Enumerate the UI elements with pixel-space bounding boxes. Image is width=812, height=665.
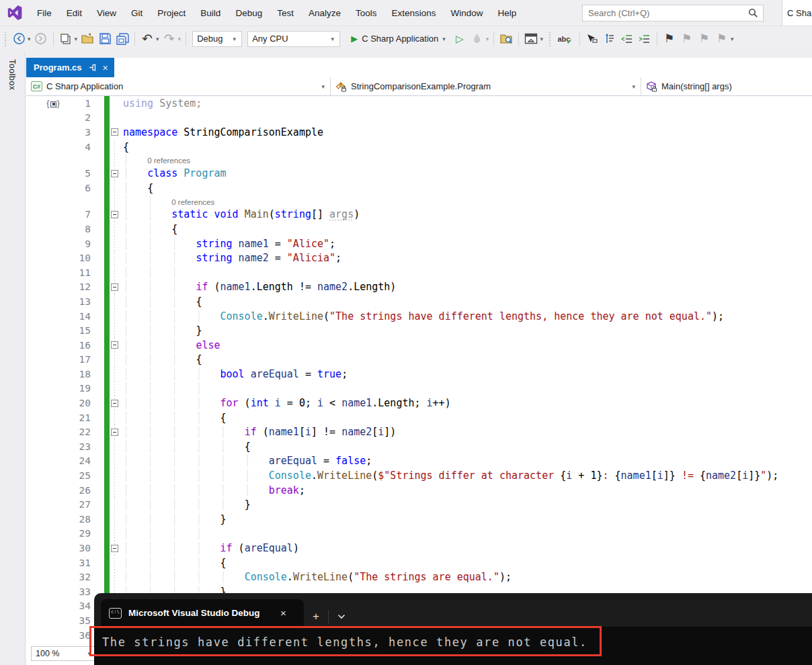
- fold-collapse-icon[interactable]: [111, 128, 118, 136]
- menu-item-help[interactable]: Help: [491, 5, 524, 21]
- breakpoint-margin[interactable]: [26, 222, 45, 236]
- menu-item-test[interactable]: Test: [270, 5, 301, 21]
- breakpoint-margin[interactable]: [26, 294, 45, 309]
- toggle-bookmark-icon[interactable]: ⚑: [661, 31, 678, 47]
- hot-reload-caret[interactable]: ▾: [486, 36, 489, 42]
- editor-zoom-control[interactable]: 100 % ▾: [31, 646, 97, 661]
- decrease-indent-icon[interactable]: [619, 31, 635, 47]
- previous-bookmark-icon[interactable]: ⚑: [679, 31, 695, 47]
- toolbar-grip[interactable]: [3, 32, 8, 46]
- solution-config-combo[interactable]: Debug ▾: [192, 31, 242, 47]
- save-icon[interactable]: [97, 31, 113, 47]
- find-in-files-icon[interactable]: [498, 31, 514, 47]
- fold-collapse-icon[interactable]: [111, 429, 118, 436]
- breakpoint-margin[interactable]: [26, 541, 45, 556]
- navigate-back-icon[interactable]: [11, 31, 27, 47]
- navbar-type-caret[interactable]: ▾: [632, 83, 635, 90]
- toolbox-tab[interactable]: Toolbox: [7, 59, 17, 91]
- breakpoint-margin[interactable]: [26, 181, 45, 195]
- menu-item-window[interactable]: Window: [444, 5, 491, 21]
- menu-item-analyze[interactable]: Analyze: [301, 5, 348, 21]
- fold-collapse-icon[interactable]: [111, 283, 118, 291]
- navigate-cursor-icon[interactable]: [584, 31, 600, 47]
- menu-item-project[interactable]: Project: [150, 5, 193, 21]
- breakpoint-margin[interactable]: [26, 410, 45, 425]
- breakpoint-margin[interactable]: [26, 323, 45, 338]
- toolbar-overflow-caret[interactable]: ▾: [731, 36, 734, 42]
- breakpoint-margin[interactable]: [26, 265, 45, 280]
- breakpoint-margin[interactable]: [26, 125, 45, 140]
- fold-collapse-icon[interactable]: [111, 341, 118, 349]
- breakpoint-margin[interactable]: [26, 166, 45, 181]
- breakpoint-margin[interactable]: [26, 454, 45, 469]
- fold-collapse-icon[interactable]: [111, 211, 118, 218]
- console-dropdown-chevron[interactable]: [329, 607, 354, 627]
- breakpoint-margin[interactable]: [26, 251, 45, 265]
- pin-icon[interactable]: [88, 63, 97, 72]
- search-box[interactable]: [582, 5, 764, 21]
- breakpoint-margin[interactable]: [26, 425, 45, 439]
- start-debugging-button[interactable]: ▶ C Sharp Application ▾: [347, 34, 451, 44]
- breakpoint-margin[interactable]: [26, 483, 45, 498]
- next-bookmark-icon[interactable]: ⚑: [696, 31, 713, 47]
- format-document-icon[interactable]: [602, 31, 618, 47]
- fold-collapse-icon[interactable]: [111, 170, 118, 177]
- search-icon[interactable]: [748, 8, 758, 18]
- breakpoint-margin[interactable]: [26, 396, 45, 410]
- solution-config-caret[interactable]: ▾: [233, 36, 237, 42]
- breakpoint-margin[interactable]: [26, 111, 45, 126]
- breakpoint-margin[interactable]: [26, 140, 45, 154]
- console-tab[interactable]: c:\ Microsoft Visual Studio Debug ×: [101, 599, 304, 627]
- console-new-tab-button[interactable]: +: [304, 607, 328, 627]
- menu-item-extensions[interactable]: Extensions: [384, 5, 444, 21]
- console-output-area[interactable]: The strings have different lengths, henc…: [94, 627, 812, 665]
- breakpoint-margin[interactable]: [26, 280, 45, 295]
- new-project-caret[interactable]: ▾: [75, 36, 78, 42]
- breakpoint-margin[interactable]: [26, 527, 45, 541]
- hot-reload-icon[interactable]: [469, 31, 485, 47]
- menu-item-edit[interactable]: Edit: [59, 5, 89, 21]
- breakpoint-margin[interactable]: [26, 367, 45, 382]
- breakpoint-margin[interactable]: [26, 154, 45, 166]
- codelens-references-link[interactable]: 0 references: [147, 157, 190, 165]
- breakpoint-margin[interactable]: [26, 584, 45, 599]
- spell-check-icon[interactable]: abc✓: [555, 31, 575, 47]
- redo-caret[interactable]: ▾: [178, 36, 181, 42]
- fold-collapse-icon[interactable]: [111, 545, 118, 552]
- navigate-forward-icon[interactable]: [33, 31, 49, 47]
- new-project-icon[interactable]: [58, 31, 74, 47]
- window-layout-icon[interactable]: [523, 31, 539, 47]
- save-all-icon[interactable]: [114, 31, 130, 47]
- breakpoint-margin[interactable]: [26, 236, 45, 251]
- editor-zoom-caret[interactable]: ▾: [87, 650, 91, 657]
- platform-caret[interactable]: ▾: [331, 36, 335, 42]
- breakpoint-margin[interactable]: [26, 382, 45, 396]
- console-tab-close-icon[interactable]: ×: [278, 607, 289, 619]
- platform-combo[interactable]: Any CPU ▾: [247, 31, 340, 47]
- navbar-member-dropdown[interactable]: Main(string[] args): [641, 77, 812, 95]
- window-layout-caret[interactable]: ▾: [540, 36, 543, 42]
- search-input[interactable]: [583, 8, 748, 18]
- menu-item-file[interactable]: File: [30, 5, 59, 21]
- document-tab-programcs[interactable]: Program.cs ×: [26, 58, 114, 77]
- breakpoint-margin[interactable]: [26, 556, 45, 570]
- navbar-project-dropdown[interactable]: C# C Sharp Application ▾: [26, 77, 331, 95]
- breakpoint-margin[interactable]: [26, 497, 45, 512]
- navbar-type-dropdown[interactable]: StringComparisonExample.Program ▾: [331, 77, 641, 95]
- breakpoint-margin[interactable]: [26, 338, 45, 353]
- start-caret[interactable]: ▾: [442, 36, 446, 42]
- breakpoint-margin[interactable]: [26, 309, 45, 324]
- breakpoint-margin[interactable]: [26, 96, 45, 111]
- navbar-project-caret[interactable]: ▾: [321, 83, 325, 90]
- fold-collapse-icon[interactable]: [111, 400, 118, 407]
- code-editor[interactable]: {} 1using System;23namespace StringCompa…: [26, 96, 812, 665]
- breakpoint-margin[interactable]: [26, 353, 45, 367]
- clear-bookmarks-icon[interactable]: ⚑: [714, 31, 730, 47]
- menu-item-build[interactable]: Build: [193, 5, 228, 21]
- start-without-debugging-icon[interactable]: ▷: [452, 31, 468, 47]
- breakpoint-margin[interactable]: [26, 599, 45, 614]
- breakpoint-margin[interactable]: [26, 512, 45, 527]
- increase-indent-icon[interactable]: [637, 31, 653, 47]
- menu-item-debug[interactable]: Debug: [228, 5, 270, 21]
- breakpoint-margin[interactable]: [26, 208, 45, 222]
